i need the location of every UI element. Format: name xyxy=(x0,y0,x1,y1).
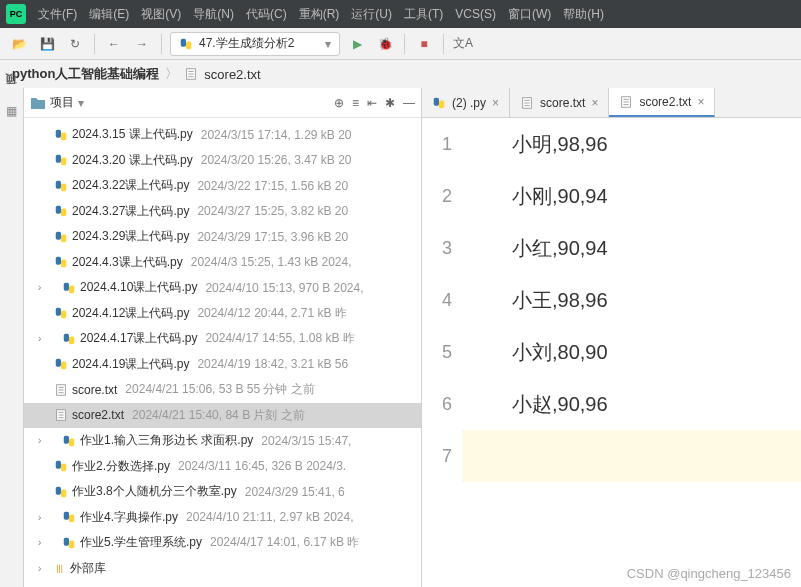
python-file-icon xyxy=(62,281,76,295)
tree-file-item[interactable]: ›作业5.学生管理系统.py2024/4/17 14:01, 6.17 kB 昨 xyxy=(24,530,421,556)
python-file-icon xyxy=(54,255,68,269)
save-icon[interactable]: 💾 xyxy=(36,33,58,55)
target-icon[interactable]: ⊕ xyxy=(334,96,344,110)
close-icon[interactable]: × xyxy=(492,96,499,110)
editor-tab[interactable]: score2.txt× xyxy=(609,88,715,117)
file-meta: 2024/3/15 15:47, xyxy=(261,434,351,448)
run-icon[interactable]: ▶ xyxy=(346,33,368,55)
tab-label: score2.txt xyxy=(639,95,691,109)
tree-file-item[interactable]: ›2024.4.17课上代码.py2024/4/17 14:55, 1.08 k… xyxy=(24,326,421,352)
lib-icon: ⫼ xyxy=(54,561,66,575)
editor-line[interactable]: 小王,98,96 xyxy=(462,274,801,326)
file-name: score2.txt xyxy=(72,408,124,422)
hide-icon[interactable]: — xyxy=(403,96,415,110)
python-file-icon xyxy=(54,128,68,142)
project-panel: 项目 ▾ ⊕ ≡ ⇤ ✱ — 2024.3.15 课上代码.py2024/3/1… xyxy=(24,88,422,587)
editor-tab[interactable]: (2) .py× xyxy=(422,88,510,117)
menu-refactor[interactable]: 重构(R) xyxy=(299,6,340,23)
watermark: CSDN @qingcheng_123456 xyxy=(627,566,791,581)
expand-arrow-icon[interactable]: › xyxy=(38,563,50,574)
editor-content[interactable]: 小明,98,96小刚,90,94小红,90,94小王,98,96小刘,80,90… xyxy=(462,118,801,587)
external-libraries[interactable]: › ⫼ 外部库 xyxy=(24,556,421,582)
gutter: 1234567 xyxy=(422,118,462,587)
file-name: 2024.3.27课上代码.py xyxy=(72,203,189,220)
line-number: 4 xyxy=(422,274,452,326)
editor-line[interactable]: 小赵,90,96 xyxy=(462,378,801,430)
toolbar: 📂 💾 ↻ ← → 47.学生成绩分析2 ▾ ▶ 🐞 ■ 文A xyxy=(0,28,801,60)
python-file-icon xyxy=(54,230,68,244)
editor-line[interactable]: 小刚,90,94 xyxy=(462,170,801,222)
close-icon[interactable]: × xyxy=(591,96,598,110)
menu-navigate[interactable]: 导航(N) xyxy=(193,6,234,23)
menu-file[interactable]: 文件(F) xyxy=(38,6,77,23)
collapse-icon[interactable]: ⇤ xyxy=(367,96,377,110)
editor-line[interactable] xyxy=(462,430,801,482)
editor-line[interactable]: 小刘,80,90 xyxy=(462,326,801,378)
expand-arrow-icon[interactable]: › xyxy=(38,333,50,344)
file-name: 作业1.输入三角形边长 求面积.py xyxy=(80,432,253,449)
editor-tab[interactable]: score.txt× xyxy=(510,88,609,117)
translate-icon[interactable]: 文A xyxy=(452,33,474,55)
tree-file-item[interactable]: 2024.3.15 课上代码.py2024/3/15 17:14, 1.29 k… xyxy=(24,122,421,148)
close-icon[interactable]: × xyxy=(697,95,704,109)
menu-vcs[interactable]: VCS(S) xyxy=(455,7,496,21)
menu-help[interactable]: 帮助(H) xyxy=(563,6,604,23)
file-name: 作业2.分数选择.py xyxy=(72,458,170,475)
python-file-icon xyxy=(432,96,446,110)
structure-icon[interactable]: ▦ xyxy=(6,104,17,118)
tree-file-item[interactable]: ›2024.4.10课上代码.py2024/4/10 15:13, 970 B … xyxy=(24,275,421,301)
breadcrumb-root[interactable]: python人工智能基础编程 xyxy=(12,65,159,83)
project-tree[interactable]: 2024.3.15 课上代码.py2024/3/15 17:14, 1.29 k… xyxy=(24,118,421,587)
tree-file-item[interactable]: 2024.3.22课上代码.py2024/3/22 17:15, 1.56 kB… xyxy=(24,173,421,199)
tree-file-item[interactable]: score2.txt2024/4/21 15:40, 84 B 片刻 之前 xyxy=(24,403,421,429)
menu-run[interactable]: 运行(U) xyxy=(351,6,392,23)
file-meta: 2024/4/17 14:01, 6.17 kB 昨 xyxy=(210,534,359,551)
editor-line[interactable]: 小明,98,96 xyxy=(462,118,801,170)
python-file-icon xyxy=(54,357,68,371)
file-meta: 2024/4/21 15:06, 53 B 55 分钟 之前 xyxy=(125,381,314,398)
stop-icon[interactable]: ■ xyxy=(413,33,435,55)
menubar: PC 文件(F) 编辑(E) 视图(V) 导航(N) 代码(C) 重构(R) 运… xyxy=(0,0,801,28)
file-meta: 2024/4/17 14:55, 1.08 kB 昨 xyxy=(205,330,354,347)
run-config-selector[interactable]: 47.学生成绩分析2 ▾ xyxy=(170,32,340,56)
menu-edit[interactable]: 编辑(E) xyxy=(89,6,129,23)
menu-code[interactable]: 代码(C) xyxy=(246,6,287,23)
editor-body[interactable]: 1234567 小明,98,96小刚,90,94小红,90,94小王,98,96… xyxy=(422,118,801,587)
tree-file-item[interactable]: 2024.3.27课上代码.py2024/3/27 15:25, 3.82 kB… xyxy=(24,199,421,225)
tree-file-item[interactable]: 作业2.分数选择.py2024/3/11 16:45, 326 B 2024/3… xyxy=(24,454,421,480)
back-icon[interactable]: ← xyxy=(103,33,125,55)
breadcrumb-file[interactable]: score2.txt xyxy=(204,67,260,82)
tree-file-item[interactable]: 2024.4.3课上代码.py2024/4/3 15:25, 1.43 kB 2… xyxy=(24,250,421,276)
debug-icon[interactable]: 🐞 xyxy=(374,33,396,55)
sync-icon[interactable]: ↻ xyxy=(64,33,86,55)
editor-line[interactable]: 小红,90,94 xyxy=(462,222,801,274)
python-file-icon xyxy=(54,306,68,320)
menu-window[interactable]: 窗口(W) xyxy=(508,6,551,23)
expand-arrow-icon[interactable]: › xyxy=(38,282,50,293)
tree-file-item[interactable]: ›作业4.字典操作.py2024/4/10 21:11, 2.97 kB 202… xyxy=(24,505,421,531)
python-file-icon xyxy=(54,153,68,167)
tree-file-item[interactable]: 2024.4.12课上代码.py2024/4/12 20:44, 2.71 kB… xyxy=(24,301,421,327)
forward-icon[interactable]: → xyxy=(131,33,153,55)
expand-icon[interactable]: ≡ xyxy=(352,96,359,110)
expand-arrow-icon[interactable]: › xyxy=(38,435,50,446)
tree-file-item[interactable]: 2024.4.19课上代码.py2024/4/19 18:42, 3.21 kB… xyxy=(24,352,421,378)
tree-file-item[interactable]: 2024.3.20 课上代码.py2024/3/20 15:26, 3.47 k… xyxy=(24,148,421,174)
tree-file-item[interactable]: ›作业1.输入三角形边长 求面积.py2024/3/15 15:47, xyxy=(24,428,421,454)
line-number: 1 xyxy=(422,118,452,170)
tree-file-item[interactable]: 作业3.8个人随机分三个教室.py2024/3/29 15:41, 6 xyxy=(24,479,421,505)
open-icon[interactable]: 📂 xyxy=(8,33,30,55)
expand-arrow-icon[interactable]: › xyxy=(38,537,50,548)
tab-label: (2) .py xyxy=(452,96,486,110)
settings-icon[interactable]: ✱ xyxy=(385,96,395,110)
menu-tools[interactable]: 工具(T) xyxy=(404,6,443,23)
menu-view[interactable]: 视图(V) xyxy=(141,6,181,23)
text-file-icon xyxy=(54,383,68,397)
tree-file-item[interactable]: 2024.3.29课上代码.py2024/3/29 17:15, 3.96 kB… xyxy=(24,224,421,250)
line-number: 7 xyxy=(422,430,452,482)
chevron-down-icon[interactable]: ▾ xyxy=(78,96,84,110)
file-meta: 2024/4/10 21:11, 2.97 kB 2024, xyxy=(186,510,353,524)
expand-arrow-icon[interactable]: › xyxy=(38,512,50,523)
tree-file-item[interactable]: score.txt2024/4/21 15:06, 53 B 55 分钟 之前 xyxy=(24,377,421,403)
line-number: 5 xyxy=(422,326,452,378)
